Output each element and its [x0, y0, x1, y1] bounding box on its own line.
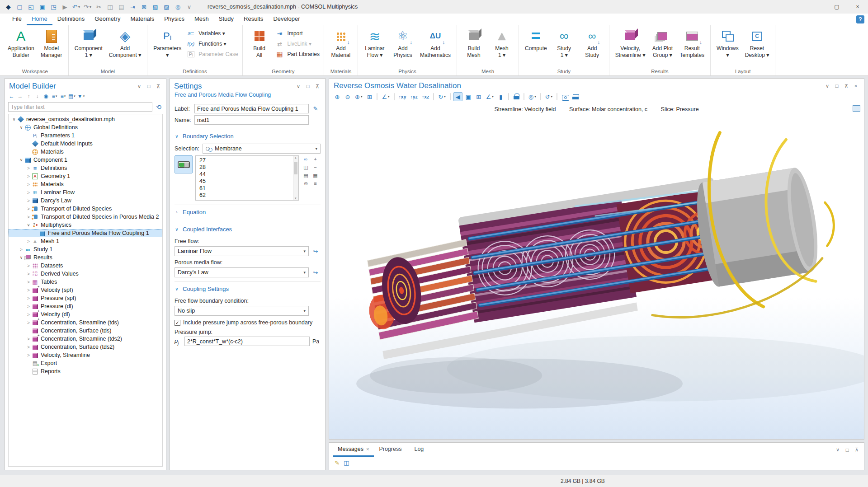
panel-menu-icon[interactable]: ∨ — [136, 83, 143, 90]
tree-expander-icon[interactable]: > — [25, 337, 32, 342]
update-plot-icon[interactable]: ↺▾ — [544, 92, 554, 101]
duplicate-icon[interactable]: ⇥ — [127, 1, 138, 12]
tree-expander-icon[interactable]: ∨ — [18, 125, 24, 130]
tree-item[interactable]: > Geometry 1 — [9, 172, 162, 180]
tree-item[interactable]: Free and Porous Media Flow Coupling 1 — [9, 229, 162, 237]
tree-expander-icon[interactable]: > — [25, 272, 32, 276]
tree-item[interactable]: > Transport of Diluted Species — [9, 205, 162, 213]
add-material-button[interactable]: AddMaterial — [327, 27, 354, 67]
paste-icon[interactable]: ▤ — [116, 1, 127, 12]
close-button[interactable]: × — [847, 0, 868, 14]
tree-expander-icon[interactable]: > — [25, 166, 32, 171]
tree-filter-input[interactable] — [8, 102, 152, 112]
menu-physics[interactable]: Physics — [159, 14, 189, 25]
view-xz-icon[interactable]: ↑xz — [420, 92, 430, 101]
add-to-selection-icon[interactable]: + — [311, 155, 320, 163]
toolbar-separator[interactable] — [508, 93, 509, 100]
help-icon[interactable]: ? — [856, 15, 864, 23]
variables-button[interactable]: Variables ▾ — [186, 29, 238, 38]
tree-expander-icon[interactable]: > — [25, 345, 32, 350]
tree-item[interactable]: ∨ Component 1 — [9, 156, 162, 164]
pressure-jump-checkbox[interactable]: ✓ — [175, 320, 180, 326]
bc-dropdown[interactable]: No slip ▾ — [175, 306, 309, 316]
float-icon[interactable]: □ — [833, 82, 840, 89]
copy-selection-icon[interactable]: ◫ — [302, 164, 310, 171]
pin-icon[interactable]: ⊼ — [853, 446, 860, 454]
tree-item[interactable]: > Definitions — [9, 164, 162, 172]
tree-item[interactable]: > Derived Values — [9, 270, 162, 278]
pin-icon[interactable]: ⊼ — [155, 83, 162, 90]
toolbar-separator[interactable] — [377, 93, 377, 100]
close-icon[interactable]: × — [852, 82, 859, 89]
tree-expander-icon[interactable]: > — [25, 174, 32, 179]
go-to-source-icon[interactable]: ↪ — [311, 247, 321, 256]
tree-item[interactable]: > Concentration, Streamline (tds) — [9, 318, 162, 327]
toolbar-separator[interactable] — [540, 93, 541, 100]
close-icon[interactable]: × — [366, 446, 369, 452]
windows-button[interactable]: Windows▾ — [714, 27, 741, 67]
select-box-icon[interactable]: ▧ — [150, 1, 161, 12]
tree-item[interactable]: > Velocity (spf) — [9, 286, 162, 294]
create-selection-icon[interactable]: ∞ — [302, 155, 310, 163]
tree-item[interactable]: > Datasets — [9, 262, 162, 270]
free-flow-dropdown[interactable]: Laminar Flow ▾ — [175, 246, 309, 256]
boundary-list-item[interactable]: 62 — [196, 192, 298, 199]
float-icon[interactable]: □ — [145, 83, 152, 90]
build-mesh-button[interactable]: BuildMesh — [460, 27, 487, 67]
tree-item[interactable]: > Transport of Diluted Species in Porous… — [9, 213, 162, 221]
laminar-flow-button[interactable]: LaminarFlow ▾ — [361, 27, 388, 67]
expand-levels-icon[interactable]: ≡▾ — [51, 92, 58, 100]
tab-progress[interactable]: Progress — [374, 443, 409, 457]
undo-icon[interactable]: ↶▾ — [71, 1, 82, 12]
add-plot-group-button[interactable]: Add PlotGroup ▾ — [649, 27, 676, 67]
save-as-icon[interactable]: ◳ — [48, 1, 59, 12]
tree-expander-icon[interactable]: > — [25, 215, 32, 220]
redo-icon[interactable]: ↷▾ — [82, 1, 93, 12]
view-orientation-icon[interactable]: ∠▾ — [380, 92, 391, 101]
run-icon[interactable]: ▶ — [59, 1, 71, 12]
remove-from-selection-icon[interactable]: − — [311, 164, 320, 171]
selection-dropdown[interactable]: Membrane ▾ — [203, 144, 321, 154]
name-input[interactable] — [194, 115, 309, 125]
move-down-icon[interactable]: ↓ — [33, 92, 41, 100]
color-legend-icon[interactable]: ▮ — [496, 92, 505, 101]
view-xy-icon[interactable]: ↑xy — [397, 92, 408, 101]
boundary-list-item[interactable]: 28 — [196, 164, 298, 171]
customize-toolbar-icon[interactable]: ∨ — [184, 1, 195, 12]
zoom-box-icon[interactable]: ⊕▾ — [354, 92, 363, 101]
selection-table-icon[interactable]: ▦ — [311, 172, 320, 179]
parameter-case-button[interactable]: Parameter Case — [186, 50, 238, 59]
boundary-list-item[interactable]: 27 — [196, 157, 298, 164]
parameters-button[interactable]: Parameters▾ — [151, 27, 184, 67]
zoom-extents-icon[interactable]: ⊞ — [365, 92, 374, 101]
tree-item[interactable]: > Pressure (dl) — [9, 302, 162, 310]
tree-item[interactable]: > Velocity (dl) — [9, 310, 162, 318]
tab-log[interactable]: Log — [409, 443, 431, 457]
porous-flow-dropdown[interactable]: Darcy's Law ▾ — [175, 267, 309, 277]
add-study-button[interactable]: AddStudy — [579, 27, 606, 67]
scene-light-icon[interactable]: ◀ — [453, 92, 462, 101]
label-input[interactable] — [194, 104, 309, 113]
tree-item[interactable]: > Study 1 — [9, 245, 162, 253]
tree-item[interactable]: > Concentration, Surface (tds2) — [9, 343, 162, 351]
toolbar-separator[interactable] — [433, 93, 434, 100]
tree-item[interactable]: Materials — [9, 148, 162, 156]
boundary-list[interactable]: 272844456162 — [195, 155, 299, 201]
collapse-levels-icon[interactable]: ≡▾ — [59, 92, 67, 100]
scrollbar[interactable] — [293, 156, 298, 200]
go-back-icon[interactable]: ← — [8, 92, 15, 100]
zoom-to-selection-icon[interactable]: ⊚ — [302, 180, 310, 187]
tree-expander-icon[interactable]: > — [25, 263, 32, 268]
menu-geometry[interactable]: Geometry — [90, 14, 125, 25]
tree-item[interactable]: > Pressure (spf) — [9, 294, 162, 302]
copy-text-icon[interactable]: ◫ — [344, 459, 349, 466]
tree-item[interactable]: > Concentration, Streamline (tds2) — [9, 335, 162, 343]
tree-item[interactable]: Export — [9, 359, 162, 367]
go-to-source-icon[interactable]: ↪ — [311, 268, 321, 277]
tree-item[interactable]: > Laminar Flow — [9, 188, 162, 197]
tree-item[interactable]: Parameters 1 — [9, 131, 162, 140]
find-icon[interactable]: ◎ — [172, 1, 184, 12]
3d-model-visualization[interactable] — [329, 103, 864, 439]
panel-menu-icon[interactable]: ∨ — [824, 82, 831, 89]
tree-item[interactable]: Reports — [9, 367, 162, 375]
